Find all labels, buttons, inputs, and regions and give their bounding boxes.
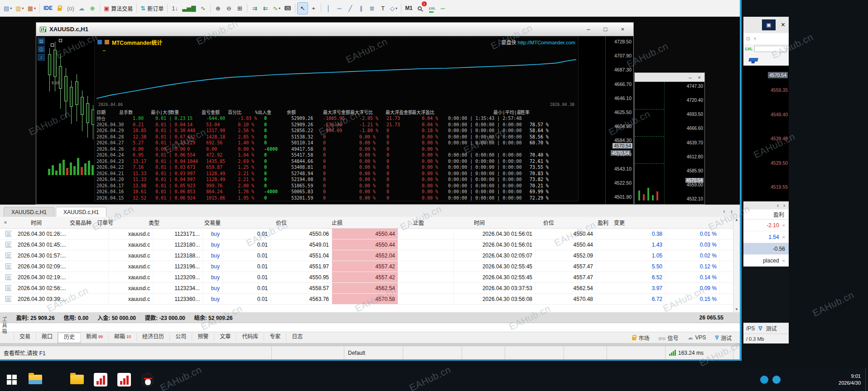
- depth-of-market-icon[interactable]: ─: [438, 3, 448, 14]
- tab-journal[interactable]: 日志: [286, 333, 308, 341]
- lvl-indicator[interactable]: LVL: [426, 3, 437, 14]
- tab-articles[interactable]: 文章: [214, 333, 236, 341]
- text-icon[interactable]: T: [378, 3, 388, 14]
- trading-app-button-2[interactable]: [112, 368, 136, 391]
- history-column-header[interactable]: 订单号: [94, 219, 114, 226]
- close-button[interactable]: ×: [781, 21, 785, 29]
- history-column-header[interactable]: 盈利: [557, 219, 611, 226]
- scroll-up-icon[interactable]: ▲: [735, 218, 738, 222]
- history-row[interactable]: 2026.04.30 01:26:... xauusd.c 1123171...…: [0, 229, 740, 239]
- new-order-button[interactable]: ⇅ 新订单: [139, 3, 165, 14]
- history-column-header[interactable]: 交易品种: [44, 219, 94, 226]
- maximize-button[interactable]: □: [604, 26, 608, 33]
- toolbar-item[interactable]: [136, 4, 137, 13]
- toolbar-item[interactable]: [247, 4, 247, 13]
- history-column-header[interactable]: 价位: [487, 219, 557, 226]
- chart-area[interactable]: ▤ ◫ ↕ 5:15 MTCommander统计 复盘侠: [36, 36, 633, 204]
- chart-tab-2[interactable]: XAUUSD.c,H1: [56, 207, 106, 217]
- camera-icon[interactable]: [283, 3, 293, 14]
- history-column-header[interactable]: 止盈: [345, 219, 427, 226]
- mini-icon[interactable]: ×: [753, 36, 756, 41]
- toolbox-close-button[interactable]: ×: [2, 219, 9, 226]
- history-scrollbar[interactable]: ▲ ▼: [733, 217, 740, 312]
- brand-link[interactable]: http://MTCommander.com: [518, 40, 575, 45]
- autoscroll-icon[interactable]: ⇇: [260, 3, 270, 14]
- tab-mailbox[interactable]: 邮箱 10: [108, 333, 136, 341]
- toolbar-item[interactable]: [401, 4, 401, 13]
- tab-trade[interactable]: 交易: [14, 333, 36, 341]
- indicators-icon[interactable]: ∿ ▾: [271, 3, 282, 14]
- graduation-cap-icon[interactable]: [748, 58, 758, 62]
- tab-calendar[interactable]: 经济日历: [136, 333, 169, 341]
- toolbar-item[interactable]: [210, 4, 211, 13]
- close-button[interactable]: ×: [698, 75, 701, 80]
- tray-hidden-icons[interactable]: [748, 376, 756, 384]
- tab-exposure[interactable]: 敞口: [36, 333, 58, 341]
- show-desktop-button[interactable]: [865, 368, 868, 391]
- lock-icon[interactable]: [55, 3, 65, 14]
- toolbar-item[interactable]: [167, 4, 168, 13]
- close-position-icon[interactable]: ×: [782, 223, 785, 228]
- history-column-header[interactable]: 变更: [611, 219, 627, 226]
- chart-tab-1[interactable]: XAUUSD.c,H1: [4, 207, 54, 217]
- status-profile[interactable]: Default: [344, 346, 403, 359]
- util-vps[interactable]: VPS: [688, 334, 706, 341]
- tab-news[interactable]: 新闻 99: [80, 333, 108, 341]
- tab-codebase[interactable]: 代码库: [236, 333, 264, 341]
- chart-mini-icon[interactable]: ◫: [38, 46, 45, 52]
- chart-window-2-titlebar[interactable]: – ×: [635, 73, 704, 82]
- toolbar-item[interactable]: [295, 4, 295, 13]
- tab-experts[interactable]: 专家: [264, 333, 286, 341]
- minimize-button[interactable]: –: [689, 75, 691, 80]
- profit-row[interactable]: placed ×: [743, 255, 789, 267]
- tab-scroll-left[interactable]: ‹: [723, 208, 725, 215]
- toolbar-item[interactable]: [100, 4, 100, 13]
- charts-menu[interactable]: ▤ ▾: [2, 3, 13, 14]
- qq-button[interactable]: [136, 368, 159, 391]
- tray-telegram[interactable]: [772, 376, 781, 384]
- shapes-icon[interactable]: ◇ ▾: [389, 3, 399, 14]
- line-chart-icon[interactable]: ∿: [198, 3, 208, 14]
- profit-row[interactable]: -2.10 ×: [743, 219, 789, 231]
- history-row[interactable]: 2026.04.30 02:56:... xauusd.c 1123234...…: [0, 283, 740, 294]
- history-column-header[interactable]: 时间: [427, 219, 487, 226]
- start-button[interactable]: [0, 368, 24, 391]
- add-account-icon[interactable]: ⊕: [87, 3, 97, 14]
- profit-column-header[interactable]: 盈利: [743, 210, 789, 219]
- toolbar-item[interactable]: [321, 4, 321, 13]
- trendline-icon[interactable]: ╱: [345, 3, 355, 14]
- chart-mini-icon[interactable]: ↕: [38, 54, 45, 61]
- price-scale-2[interactable]: 4747.304720.404693.504666.604639.704612.…: [665, 82, 704, 204]
- history-row[interactable]: 2026.04.30 02:19:... xauusd.c 1123209...…: [0, 272, 740, 283]
- mini-icon[interactable]: ⊡: [746, 36, 750, 41]
- util-tester[interactable]: 测试: [715, 334, 732, 342]
- history-column-header[interactable]: 价位: [223, 219, 289, 226]
- tray-app-gray[interactable]: [797, 376, 805, 384]
- folder-app-button[interactable]: [65, 368, 89, 391]
- tab-history[interactable]: 历史: [58, 333, 80, 343]
- channel-icon[interactable]: ∥: [356, 3, 366, 14]
- history-row[interactable]: 2026.04.30 02:09:... xauusd.c 1123196...…: [0, 261, 740, 272]
- profit-row[interactable]: -0.56: [743, 243, 789, 255]
- tab-alerts[interactable]: 预警: [192, 333, 214, 341]
- taskbar-clock[interactable]: 9:01 2026/4/30: [834, 373, 865, 386]
- trading-app-button-1[interactable]: [89, 368, 112, 391]
- vps-tab-fragment[interactable]: /PS: [746, 325, 755, 332]
- history-row[interactable]: 2026.04.30 01:45:... xauusd.c 1123180...…: [0, 239, 740, 250]
- sort-icon[interactable]: 1↓: [170, 3, 180, 14]
- zoom-in-icon[interactable]: ⊕: [213, 3, 223, 14]
- history-row[interactable]: 2026.04.30 03:39:... xauusd.c 1123360...…: [0, 294, 740, 305]
- crosshair-icon[interactable]: +: [309, 3, 318, 14]
- zoom-out-icon[interactable]: ⊖: [224, 3, 234, 14]
- price-scale-3[interactable]: 4570.54 4559.354549.404539.454529.504519…: [754, 66, 789, 201]
- close-position-icon[interactable]: ×: [782, 234, 785, 240]
- tab-scroll-right[interactable]: ›: [731, 208, 733, 215]
- chart-window-titlebar[interactable]: XAUUSD.c,H1 – □ ×: [36, 23, 633, 36]
- search-icon[interactable]: 1: [415, 3, 425, 14]
- fibonacci-icon[interactable]: ≣: [367, 3, 377, 14]
- close-position-icon[interactable]: ×: [782, 258, 785, 263]
- templates-menu[interactable]: ▦ ▾: [26, 3, 37, 14]
- horizontal-line-icon[interactable]: ─: [334, 3, 344, 14]
- util-signals[interactable]: 信号: [658, 334, 678, 342]
- history-column-header[interactable]: 止损: [289, 219, 345, 226]
